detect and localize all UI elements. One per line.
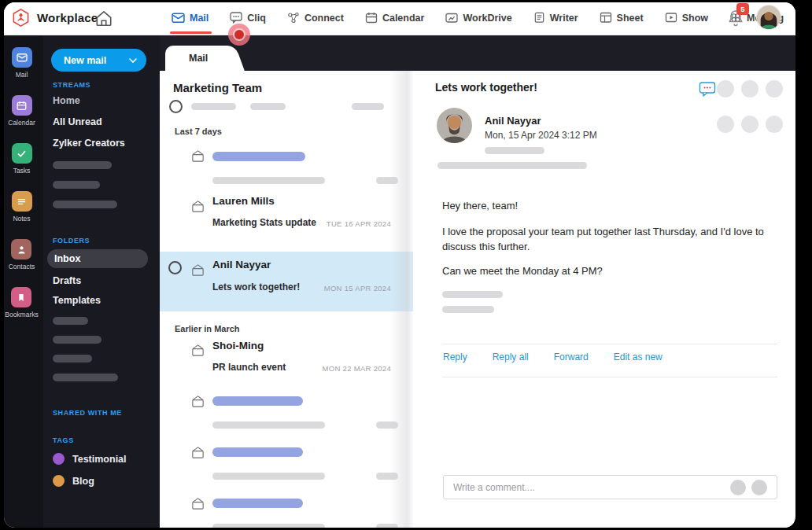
skeleton-bar <box>212 524 325 528</box>
sidebar-item-templates[interactable]: Templates <box>53 295 101 306</box>
nav-item-show[interactable]: Show <box>665 2 708 35</box>
shared-section-label: SHARED WITH ME <box>53 409 122 417</box>
folder-label: Inbox <box>54 253 80 264</box>
skeleton-subject-bar <box>212 396 303 406</box>
home-icon[interactable] <box>94 9 113 28</box>
nav-item-mail[interactable]: Mail <box>172 2 209 35</box>
mail-list-item-skeleton[interactable] <box>160 392 413 435</box>
nav-label: Connect <box>304 13 344 24</box>
nav-label: Calendar <box>382 13 425 24</box>
message-actions: Reply Reply all Forward Edit as new <box>443 351 663 363</box>
notification-badge: 5 <box>736 3 749 15</box>
open-envelope-icon <box>190 446 205 459</box>
rail-item-contacts[interactable]: Contacts <box>9 239 35 271</box>
message-date: TUE 16 APR 2024 <box>327 219 391 228</box>
nav-label: Sheet <box>617 13 644 24</box>
skeleton-bar <box>437 162 587 169</box>
nav-label: Writer <box>550 13 578 24</box>
mail-list-item-skeleton[interactable] <box>160 146 413 190</box>
nav-item-calendar[interactable]: Calendar <box>365 2 425 35</box>
sidebar-item-inbox[interactable]: Inbox <box>47 249 148 268</box>
skeleton-bar <box>53 336 102 344</box>
sender-avatar <box>437 108 472 143</box>
message-sender: Anil Nayyar <box>212 259 271 271</box>
mail-sidebar: New mail STREAMS Home All Unread Zylker … <box>43 35 160 528</box>
rail-item-tasks[interactable]: Tasks <box>12 143 32 175</box>
tag-label: Testimonial <box>72 454 127 465</box>
tag-label: Blog <box>72 476 94 487</box>
skeleton-bar <box>53 355 92 363</box>
mail-list-item[interactable]: Lauren Mills Marketing Stats update TUE … <box>160 193 413 241</box>
message-action-placeholder <box>766 116 783 133</box>
forward-link[interactable]: Forward <box>554 351 589 363</box>
active-nav-underline <box>170 31 212 35</box>
cliq-icon <box>230 12 242 24</box>
skeleton-bar <box>250 103 286 110</box>
select-checkbox[interactable] <box>168 261 182 274</box>
mail-list-item-selected[interactable]: Anil Nayyar Lets work together! MON 15 A… <box>160 252 413 311</box>
mail-list-item[interactable]: Shoi-Ming PR launch event MON 22 MAR 202… <box>160 338 413 387</box>
message-date: MON 22 MAR 2024 <box>323 364 391 373</box>
rail-item-bookmarks[interactable]: Bookmarks <box>5 287 39 318</box>
reply-all-link[interactable]: Reply all <box>493 351 529 363</box>
app-switcher-nav: Mail Cliq Connect Calendar WorkDrive <box>172 2 784 35</box>
mail-list-panel: Marketing Team Last 7 days Lauren Mills … <box>160 71 413 528</box>
nav-item-writer[interactable]: Writer <box>533 2 578 35</box>
sidebar-item-drafts[interactable]: Drafts <box>53 275 81 286</box>
rail-mail-icon <box>12 47 32 68</box>
nav-label: Show <box>682 13 708 24</box>
mail-list-item-skeleton[interactable] <box>160 443 413 486</box>
sender-name: Anil Nayyar <box>485 115 541 127</box>
sheet-icon <box>600 12 612 24</box>
skeleton-subject-bar <box>212 447 303 457</box>
folders-section-label: FOLDERS <box>53 237 90 245</box>
nav-item-sheet[interactable]: Sheet <box>600 2 644 35</box>
tab-label: Mail <box>165 46 228 71</box>
reading-pane: Lets work together! Anil Nayyar Mon, 15 … <box>413 71 795 528</box>
workdrive-icon <box>445 12 458 24</box>
open-envelope-icon <box>190 200 205 213</box>
sidebar-tag-blog[interactable]: Blog <box>53 475 94 487</box>
message-subject: Marketing Stats update <box>212 217 316 228</box>
group-label-recent: Last 7 days <box>175 127 222 136</box>
show-icon <box>665 12 677 24</box>
sidebar-item-home[interactable]: Home <box>53 95 80 106</box>
rail-item-calendar[interactable]: Calendar <box>8 95 35 127</box>
nav-item-workdrive[interactable]: WorkDrive <box>445 2 511 35</box>
comment-input[interactable] <box>444 476 777 499</box>
select-all-checkbox[interactable] <box>169 100 183 113</box>
connect-icon <box>287 12 300 24</box>
sidebar-tag-testimonial[interactable]: Testimonial <box>53 453 127 465</box>
open-envelope-icon <box>190 344 205 357</box>
streams-section-label: STREAMS <box>53 81 90 89</box>
skeleton-bar <box>212 473 325 480</box>
message-action-placeholder <box>717 116 734 133</box>
rail-label: Tasks <box>13 167 31 175</box>
skeleton-date-bar <box>376 473 398 480</box>
comments-icon[interactable] <box>699 81 716 98</box>
rail-item-mail[interactable]: Mail <box>12 47 32 79</box>
comment-box <box>443 475 777 499</box>
reply-link[interactable]: Reply <box>443 351 467 363</box>
open-envelope-icon <box>190 497 205 510</box>
chevron-down-icon[interactable] <box>129 58 146 63</box>
sidebar-item-zylker-creators[interactable]: Zylker Creators <box>53 138 125 149</box>
cursor-click-indicator <box>228 24 250 46</box>
skeleton-subject-bar <box>212 499 303 508</box>
user-avatar[interactable] <box>757 6 781 29</box>
rail-tasks-icon <box>12 143 32 164</box>
skeleton-bar <box>352 103 384 110</box>
sidebar-item-all-unread[interactable]: All Unread <box>53 116 102 127</box>
message-subject: PR launch event <box>212 362 286 373</box>
nav-item-connect[interactable]: Connect <box>287 2 344 35</box>
skeleton-bar <box>485 147 544 154</box>
edit-as-new-link[interactable]: Edit as new <box>614 351 663 363</box>
rail-notes-icon <box>12 191 32 212</box>
mail-content-tab[interactable]: Mail <box>165 46 228 71</box>
workplace-brand[interactable]: Workplace <box>11 2 98 35</box>
rail-item-notes[interactable]: Notes <box>12 191 32 223</box>
mail-list-item-skeleton[interactable] <box>160 494 413 528</box>
skeleton-bar <box>53 161 112 169</box>
new-mail-button[interactable]: New mail <box>51 49 146 72</box>
skeleton-bar <box>53 181 100 189</box>
